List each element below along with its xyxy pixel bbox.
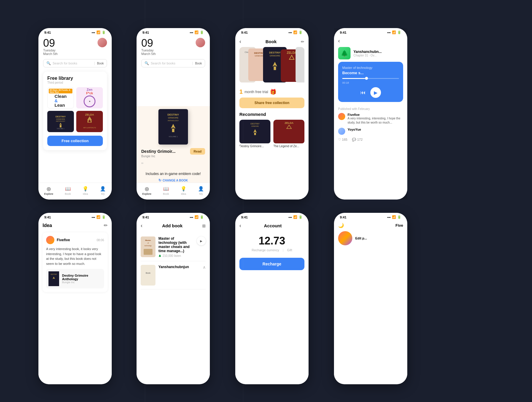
book-list-item-1: Masteroftechnology Master of technology …	[141, 233, 206, 261]
idea-icon-1: 💡	[82, 186, 88, 192]
expand-icon-6[interactable]: ∧	[203, 265, 206, 270]
progress-bar	[342, 78, 399, 79]
svg-text:ZELDA: ZELDA	[85, 113, 94, 116]
account-balance: 12.73 Recharge currency | Gift	[239, 235, 304, 252]
svg-text:ZELDA: ZELDA	[287, 51, 296, 54]
svg-text:VOLUME 1: VOLUME 1	[57, 128, 64, 129]
status-bar-1: 9:41 ▪▪▪ 📶 🔋	[38, 28, 112, 35]
status-bar-5: 9:41 ▪▪▪ 📶 🔋	[38, 213, 112, 220]
back-button-4[interactable]: ‹	[338, 38, 340, 44]
play-button-6-1[interactable]: ▶	[197, 236, 206, 245]
nav-my-2[interactable]: 👤 My	[198, 186, 204, 195]
comment-card-5: Fivefive 08:06 A very interesting book, …	[43, 232, 108, 292]
signal-icon: ▪▪▪	[92, 31, 95, 34]
page-title-3: Book	[265, 39, 277, 44]
free-library-title: Free library	[47, 76, 103, 81]
player-header: 🌲 Yanshanchubn... Chapter 31 · Ov...	[334, 44, 407, 62]
phone-2: 9:41 ▪▪▪ 📶 🔋 09 Tuesday March 5th	[137, 28, 210, 200]
commenter2-avatar	[338, 128, 345, 135]
rec-book-2[interactable]: ZELDA The Legend of Ze...	[273, 120, 304, 148]
svg-text:technology: technology	[145, 245, 152, 247]
s8-user-row: Edit p...	[334, 228, 407, 248]
edit-icon-5[interactable]: ✏	[104, 223, 108, 228]
status-bar-4: 9:41 ▪▪▪ 📶 🔋	[334, 28, 407, 35]
book-detail-area: DESTINY GRIMOIRE ANTHOLOGY VOLUME 1 Dest…	[137, 106, 210, 183]
date-block-1: 09 Tuesday March 5th	[43, 38, 58, 56]
book-clean-lean[interactable]: 80 Days. 80 Foods. A New You! Clean&Lean	[47, 87, 74, 108]
nav-book-2[interactable]: 📖 Book	[163, 186, 169, 195]
nav-explore-1[interactable]: ◎ Explore	[44, 186, 53, 195]
book-cover-destiny: DESTINY GRIMOIRE ANTHOLOGY VOLUME 1	[158, 109, 188, 145]
deco-line-2	[243, 0, 243, 402]
book-cover-6-2: Book	[141, 265, 155, 286]
back-button-3[interactable]: ‹	[239, 38, 241, 45]
search-bar-2[interactable]: 🔍 Search for books Book	[141, 59, 205, 67]
recharge-button[interactable]: Recharge	[239, 258, 304, 270]
avatar-1	[98, 38, 107, 47]
published-info: Published with February	[334, 105, 407, 113]
header-1: 09 Tuesday March 5th	[43, 35, 107, 59]
book-covers-collage: Clean DESTINYGRIMOIRE DESTINYGRIMOIRE ZE…	[239, 47, 304, 85]
back-button-6[interactable]: ‹	[141, 223, 142, 229]
phone-1: 9:41 ▪▪▪ 📶 🔋 09 Tuesday March 5th	[38, 28, 112, 200]
back-button-7[interactable]: ‹	[239, 223, 241, 229]
nav-explore-2[interactable]: ◎ Explore	[142, 186, 152, 195]
comments-section-4: Fivefive A very interesting, interesting…	[334, 113, 407, 142]
rewind-icon[interactable]: ⏮	[360, 90, 366, 96]
book-author: Bungie Inc	[141, 155, 205, 158]
time-1: 9:41	[44, 31, 51, 34]
nav-idea-1[interactable]: 💡 Idea	[82, 186, 88, 195]
nav-idea-2[interactable]: 💡 Idea	[181, 186, 186, 195]
svg-text:DESTINY: DESTINY	[51, 273, 57, 275]
book-list-info-1: Master of technology (with master cheats…	[158, 236, 194, 257]
status-bar-6: 9:41 ▪▪▪ 📶 🔋	[137, 213, 210, 220]
change-book-button[interactable]: ↻ CHANGE A BOOK	[158, 178, 188, 182]
account-content: ‹ Account 12.73 Recharge currency | Gift…	[235, 220, 309, 384]
book-grid-1: 80 Days. 80 Foods. A New You! Clean&Lean…	[47, 87, 103, 132]
nav-book-1[interactable]: 📖 Book	[65, 186, 71, 195]
edit-icon-3[interactable]: ✏	[301, 39, 304, 44]
status-bar-8: 9:41 ▪▪▪ 📶 🔋	[334, 213, 407, 220]
share-collection-button[interactable]: Share free collection	[239, 98, 304, 108]
search-icon-1: 🔍	[46, 61, 51, 65]
status-bar-7: 9:41 ▪▪▪ 📶 🔋	[235, 213, 309, 220]
svg-text:of: of	[147, 242, 149, 244]
wifi-icon: 📶	[96, 30, 100, 34]
comment-1: Fivefive A very interesting, interesting…	[338, 113, 403, 125]
account-header: ‹ Account	[239, 220, 304, 235]
options-icon-6[interactable]: ⊞	[202, 223, 206, 228]
nav-my-1[interactable]: 👤 My	[100, 186, 106, 195]
idea-header: Idea ✏	[43, 220, 108, 232]
free-library-subtitle: Third period	[47, 81, 103, 84]
book-mini-card[interactable]: DESTINY Destiny Grimoire Anthology Bungi…	[46, 269, 104, 288]
book-list-item-2: Book Yanshanchubnjun ∧	[141, 261, 206, 289]
time-2: 9:41	[142, 31, 149, 34]
svg-rect-5	[60, 125, 61, 127]
bottom-nav-2: ◎ Explore 📖 Book 💡 Idea 👤 My	[137, 183, 210, 200]
phone-3: 9:41 ▪▪▪ 📶 🔋 ‹ Book ✏ Clean DESTINYGRIMO…	[235, 28, 309, 200]
phone-7: 9:41 ▪▪▪ 📶 🔋 ‹ Account 12.73 Recharge cu…	[235, 213, 309, 384]
book-zen[interactable]: ZenF*ck✦	[76, 87, 103, 108]
play-button[interactable]: ▶	[370, 87, 381, 98]
free-collection-button[interactable]: Free collection	[47, 136, 103, 146]
user-avatar-5	[46, 236, 54, 244]
explore-icon: ◎	[47, 186, 51, 192]
trial-badge: 1 month free trial 🎁	[239, 88, 304, 95]
night-icon[interactable]: 🌙	[338, 223, 344, 228]
book-destiny-small[interactable]: DESTINY GRIMOIRE ANTHOLOGY VOLUME 1	[47, 111, 74, 132]
account-title: Account	[264, 223, 282, 228]
battery-icon-2: 🔋	[200, 30, 204, 34]
s8-username: Five	[395, 223, 403, 228]
svg-rect-38	[254, 133, 256, 135]
rec-book-1[interactable]: DESTINYGRIMOIRE Destiny Grimoire...	[239, 120, 270, 148]
read-button[interactable]: Read	[190, 148, 205, 155]
svg-text:DESTINY: DESTINY	[250, 123, 259, 125]
svg-text:GRIMOIRE: GRIMOIRE	[168, 117, 179, 119]
search-bar-1[interactable]: 🔍 Search for books Book	[43, 59, 107, 67]
svg-text:GRIMOIRE: GRIMOIRE	[251, 125, 259, 127]
phone-4-partial: 9:41 ▪▪▪ 📶 🔋 ‹ 🌲 Yanshanchubn... Chapter…	[334, 28, 407, 200]
book-zelda-small[interactable]: ZELDA ART & ARTIFACTS	[76, 111, 103, 132]
day-info: Tuesday March 5th	[43, 48, 58, 56]
recommend-grid: DESTINYGRIMOIRE Destiny Grimoire... ZELD…	[239, 120, 304, 148]
nav-idea-label-1: Idea	[83, 192, 88, 195]
